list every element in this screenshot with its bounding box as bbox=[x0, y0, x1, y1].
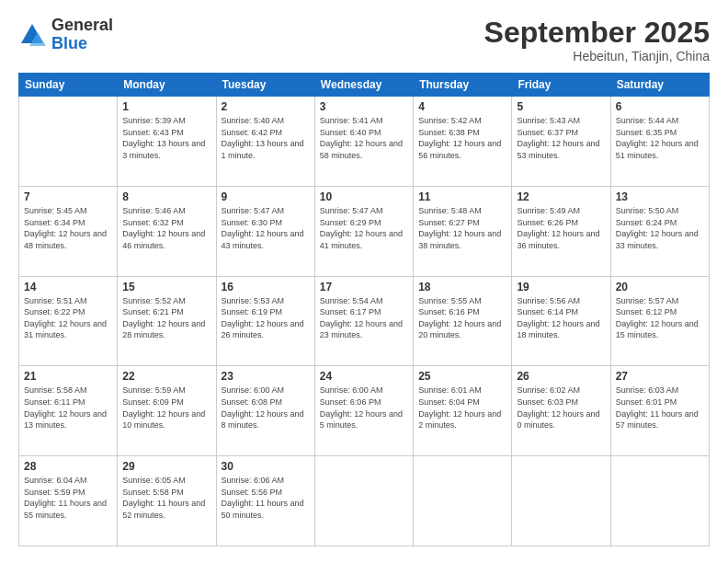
header: General Blue September 2025 Hebeitun, Ti… bbox=[18, 17, 710, 63]
day-info: Sunrise: 5:53 AMSunset: 6:19 PMDaylight:… bbox=[222, 296, 304, 340]
weekday-header: Tuesday bbox=[216, 74, 314, 97]
day-number: 13 bbox=[616, 190, 704, 203]
calendar-cell: 30 Sunrise: 6:06 AMSunset: 5:56 PMDaylig… bbox=[216, 456, 314, 546]
day-info: Sunrise: 5:50 AMSunset: 6:24 PMDaylight:… bbox=[616, 206, 699, 250]
day-number: 16 bbox=[222, 281, 310, 293]
day-number: 10 bbox=[320, 190, 408, 203]
weekday-header: Sunday bbox=[19, 74, 118, 97]
day-number: 22 bbox=[122, 370, 210, 383]
day-number: 7 bbox=[24, 190, 112, 203]
day-info: Sunrise: 5:44 AMSunset: 6:35 PMDaylight:… bbox=[616, 116, 699, 160]
day-number: 28 bbox=[24, 460, 112, 473]
day-info: Sunrise: 5:56 AMSunset: 6:14 PMDaylight:… bbox=[517, 296, 599, 340]
page: General Blue September 2025 Hebeitun, Ti… bbox=[0, 0, 728, 563]
day-info: Sunrise: 6:00 AMSunset: 6:08 PMDaylight:… bbox=[222, 385, 304, 430]
day-number: 24 bbox=[320, 370, 408, 383]
day-number: 26 bbox=[517, 370, 605, 383]
day-number: 25 bbox=[418, 370, 506, 383]
day-info: Sunrise: 5:41 AMSunset: 6:40 PMDaylight:… bbox=[320, 116, 403, 160]
weekday-header: Monday bbox=[118, 74, 216, 97]
day-info: Sunrise: 5:52 AMSunset: 6:21 PMDaylight:… bbox=[122, 296, 205, 340]
calendar-cell bbox=[610, 456, 709, 546]
calendar-table: SundayMondayTuesdayWednesdayThursdayFrid… bbox=[18, 73, 710, 546]
day-info: Sunrise: 5:54 AMSunset: 6:17 PMDaylight:… bbox=[320, 296, 403, 340]
day-number: 27 bbox=[616, 370, 704, 383]
month-title: September 2025 bbox=[484, 17, 710, 49]
title-block: September 2025 Hebeitun, Tianjin, China bbox=[484, 17, 710, 63]
day-info: Sunrise: 6:03 AMSunset: 6:01 PMDaylight:… bbox=[616, 385, 699, 430]
day-number: 15 bbox=[122, 281, 210, 293]
calendar-cell: 16 Sunrise: 5:53 AMSunset: 6:19 PMDaylig… bbox=[216, 276, 314, 366]
calendar-cell: 12 Sunrise: 5:49 AMSunset: 6:26 PMDaylig… bbox=[512, 186, 610, 276]
day-number: 2 bbox=[222, 100, 310, 113]
calendar-cell: 18 Sunrise: 5:55 AMSunset: 6:16 PMDaylig… bbox=[414, 276, 512, 366]
calendar-cell: 27 Sunrise: 6:03 AMSunset: 6:01 PMDaylig… bbox=[610, 366, 709, 456]
day-info: Sunrise: 6:04 AMSunset: 5:59 PMDaylight:… bbox=[24, 476, 107, 520]
calendar-cell bbox=[314, 456, 413, 546]
calendar-cell: 1 Sunrise: 5:39 AMSunset: 6:43 PMDayligh… bbox=[118, 97, 216, 187]
day-info: Sunrise: 5:59 AMSunset: 6:09 PMDaylight:… bbox=[122, 385, 205, 430]
day-info: Sunrise: 5:47 AMSunset: 6:29 PMDaylight:… bbox=[320, 206, 403, 250]
calendar-cell: 10 Sunrise: 5:47 AMSunset: 6:29 PMDaylig… bbox=[314, 186, 413, 276]
calendar-cell: 8 Sunrise: 5:46 AMSunset: 6:32 PMDayligh… bbox=[118, 186, 216, 276]
calendar-week-row: 1 Sunrise: 5:39 AMSunset: 6:43 PMDayligh… bbox=[19, 97, 710, 187]
logo: General Blue bbox=[18, 17, 113, 53]
calendar-cell: 26 Sunrise: 6:02 AMSunset: 6:03 PMDaylig… bbox=[512, 366, 610, 456]
calendar-body: 1 Sunrise: 5:39 AMSunset: 6:43 PMDayligh… bbox=[19, 97, 710, 546]
day-number: 17 bbox=[320, 281, 408, 293]
logo-blue: Blue bbox=[51, 34, 87, 52]
day-number: 6 bbox=[616, 100, 704, 113]
day-info: Sunrise: 5:47 AMSunset: 6:30 PMDaylight:… bbox=[222, 206, 304, 250]
day-info: Sunrise: 6:06 AMSunset: 5:56 PMDaylight:… bbox=[222, 476, 304, 520]
day-number: 19 bbox=[517, 281, 605, 293]
day-number: 20 bbox=[616, 281, 704, 293]
calendar-cell: 21 Sunrise: 5:58 AMSunset: 6:11 PMDaylig… bbox=[19, 366, 118, 456]
calendar-cell bbox=[19, 97, 118, 187]
calendar-cell: 29 Sunrise: 6:05 AMSunset: 5:58 PMDaylig… bbox=[118, 456, 216, 546]
day-info: Sunrise: 5:43 AMSunset: 6:37 PMDaylight:… bbox=[517, 116, 599, 160]
calendar-cell: 22 Sunrise: 5:59 AMSunset: 6:09 PMDaylig… bbox=[118, 366, 216, 456]
day-info: Sunrise: 5:42 AMSunset: 6:38 PMDaylight:… bbox=[418, 116, 501, 160]
weekday-header: Wednesday bbox=[314, 74, 413, 97]
weekday-header: Friday bbox=[512, 74, 610, 97]
calendar-cell: 11 Sunrise: 5:48 AMSunset: 6:27 PMDaylig… bbox=[414, 186, 512, 276]
calendar-cell: 14 Sunrise: 5:51 AMSunset: 6:22 PMDaylig… bbox=[19, 276, 118, 366]
calendar-cell: 3 Sunrise: 5:41 AMSunset: 6:40 PMDayligh… bbox=[314, 97, 413, 187]
day-number: 3 bbox=[320, 100, 408, 113]
logo-icon bbox=[18, 21, 46, 49]
calendar-cell: 24 Sunrise: 6:00 AMSunset: 6:06 PMDaylig… bbox=[314, 366, 413, 456]
calendar-week-row: 28 Sunrise: 6:04 AMSunset: 5:59 PMDaylig… bbox=[19, 456, 710, 546]
location: Hebeitun, Tianjin, China bbox=[484, 49, 710, 63]
day-number: 12 bbox=[517, 190, 605, 203]
calendar-week-row: 7 Sunrise: 5:45 AMSunset: 6:34 PMDayligh… bbox=[19, 186, 710, 276]
logo-text: General Blue bbox=[51, 17, 113, 53]
calendar-cell: 19 Sunrise: 5:56 AMSunset: 6:14 PMDaylig… bbox=[512, 276, 610, 366]
day-number: 14 bbox=[24, 281, 112, 293]
calendar-header-row: SundayMondayTuesdayWednesdayThursdayFrid… bbox=[19, 74, 710, 97]
calendar-cell: 28 Sunrise: 6:04 AMSunset: 5:59 PMDaylig… bbox=[19, 456, 118, 546]
day-info: Sunrise: 6:00 AMSunset: 6:06 PMDaylight:… bbox=[320, 385, 403, 430]
day-number: 23 bbox=[222, 370, 310, 383]
calendar-cell: 20 Sunrise: 5:57 AMSunset: 6:12 PMDaylig… bbox=[610, 276, 709, 366]
day-number: 21 bbox=[24, 370, 112, 383]
day-info: Sunrise: 5:51 AMSunset: 6:22 PMDaylight:… bbox=[24, 296, 107, 340]
day-number: 5 bbox=[517, 100, 605, 113]
day-number: 30 bbox=[222, 460, 310, 473]
day-info: Sunrise: 5:55 AMSunset: 6:16 PMDaylight:… bbox=[418, 296, 501, 340]
calendar-cell: 2 Sunrise: 5:40 AMSunset: 6:42 PMDayligh… bbox=[216, 97, 314, 187]
calendar-cell: 17 Sunrise: 5:54 AMSunset: 6:17 PMDaylig… bbox=[314, 276, 413, 366]
calendar-cell: 4 Sunrise: 5:42 AMSunset: 6:38 PMDayligh… bbox=[414, 97, 512, 187]
calendar-cell bbox=[512, 456, 610, 546]
day-info: Sunrise: 5:40 AMSunset: 6:42 PMDaylight:… bbox=[222, 116, 304, 160]
day-info: Sunrise: 5:48 AMSunset: 6:27 PMDaylight:… bbox=[418, 206, 501, 250]
weekday-header: Saturday bbox=[610, 74, 709, 97]
calendar-cell: 13 Sunrise: 5:50 AMSunset: 6:24 PMDaylig… bbox=[610, 186, 709, 276]
day-number: 4 bbox=[418, 100, 506, 113]
calendar-cell: 7 Sunrise: 5:45 AMSunset: 6:34 PMDayligh… bbox=[19, 186, 118, 276]
calendar-cell: 15 Sunrise: 5:52 AMSunset: 6:21 PMDaylig… bbox=[118, 276, 216, 366]
calendar-week-row: 21 Sunrise: 5:58 AMSunset: 6:11 PMDaylig… bbox=[19, 366, 710, 456]
calendar-cell bbox=[414, 456, 512, 546]
day-info: Sunrise: 5:58 AMSunset: 6:11 PMDaylight:… bbox=[24, 385, 107, 430]
day-info: Sunrise: 6:05 AMSunset: 5:58 PMDaylight:… bbox=[122, 476, 205, 520]
calendar-week-row: 14 Sunrise: 5:51 AMSunset: 6:22 PMDaylig… bbox=[19, 276, 710, 366]
